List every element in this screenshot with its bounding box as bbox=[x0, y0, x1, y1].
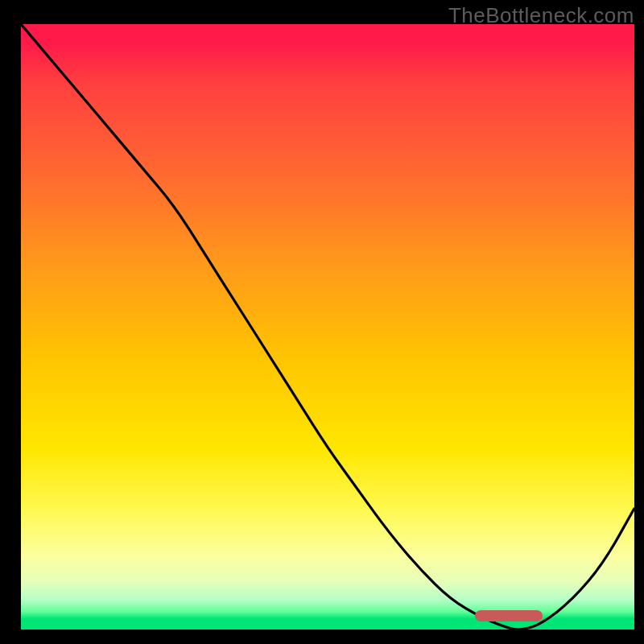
chart-frame: TheBottleneck.com bbox=[0, 0, 644, 644]
optimum-range-marker bbox=[475, 610, 543, 621]
bottleneck-curve bbox=[21, 24, 634, 630]
plot-area bbox=[21, 24, 634, 630]
curve-path bbox=[21, 24, 634, 630]
watermark-text: TheBottleneck.com bbox=[448, 3, 634, 28]
